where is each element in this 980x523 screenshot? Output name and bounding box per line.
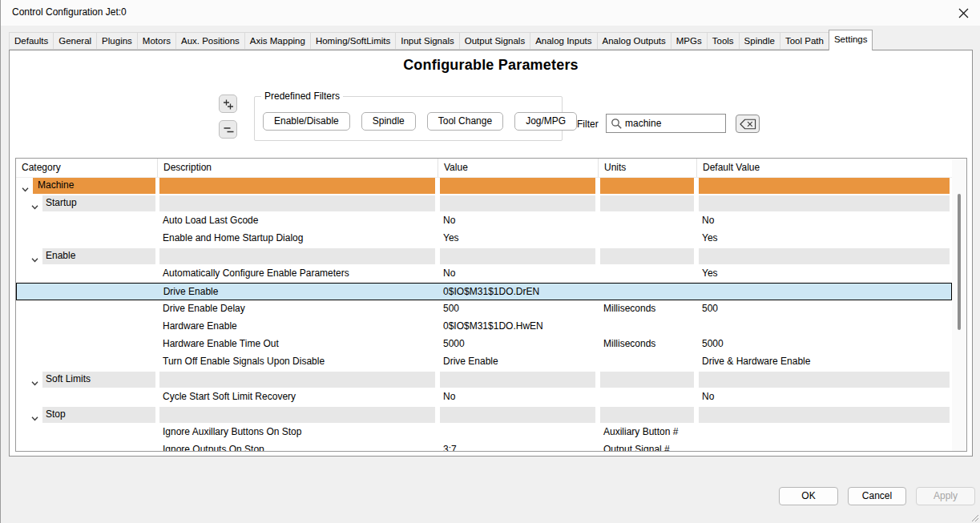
column-header-units[interactable]: Units [598, 159, 696, 177]
tab-tools[interactable]: Tools [707, 32, 740, 50]
table-row[interactable]: Auto Load Last GcodeNoNo [16, 212, 952, 230]
category-row[interactable]: Machine [16, 177, 952, 195]
tab-output-signals[interactable]: Output Signals [459, 32, 530, 50]
chevron-down-icon[interactable] [31, 258, 38, 263]
category-highlight [440, 248, 595, 264]
param-description: Automatically Configure Enable Parameter… [163, 265, 349, 282]
category-cell [157, 406, 438, 424]
param-description: Enable and Home Startup Dialog [163, 230, 303, 247]
vertical-scrollbar[interactable] [952, 159, 966, 451]
table-row[interactable]: Drive Enable Delay500Milliseconds500 [16, 300, 952, 318]
column-header-value[interactable]: Value [438, 159, 598, 177]
category-highlight [440, 372, 595, 388]
category-cell: Soft Limits [16, 371, 157, 388]
tab-axis-mapping[interactable]: Axis Mapping [244, 32, 311, 50]
table-row[interactable]: Drive Enable0$IO$M31$1DO.DrEN [16, 283, 952, 300]
category-label: Machine [38, 177, 74, 194]
expand-toggle[interactable] [31, 412, 38, 424]
param-description: Ignore Outputs On Stop [163, 441, 264, 452]
tab-general[interactable]: General [53, 32, 97, 50]
expand-toggle[interactable] [31, 201, 38, 212]
category-label: Soft Limits [46, 371, 91, 388]
tab-motors[interactable]: Motors [137, 32, 176, 50]
table-row[interactable]: Automatically Configure Enable Parameter… [16, 265, 952, 283]
tab-spindle[interactable]: Spindle [739, 32, 780, 50]
filter-button-enable-disable[interactable]: Enable/Disable [263, 112, 350, 131]
tab-defaults[interactable]: Defaults [9, 32, 54, 50]
window-title: Control Configuration Jet:0 [12, 0, 127, 25]
tab-input-signals[interactable]: Input Signals [395, 32, 460, 50]
apply-button[interactable]: Apply [916, 487, 975, 505]
resize-grip-icon[interactable] [970, 513, 979, 522]
cancel-button[interactable]: Cancel [848, 487, 906, 505]
category-row[interactable]: Enable [16, 247, 952, 265]
category-highlight [159, 178, 435, 194]
category-highlight [440, 195, 595, 211]
expand-toggle[interactable] [22, 183, 29, 195]
settings-tab-panel: Configurable Parameters Predefined Filte… [9, 50, 973, 457]
category-cell [696, 195, 952, 212]
tab-analog-inputs[interactable]: Analog Inputs [530, 32, 597, 50]
category-cell [157, 195, 438, 212]
param-value: 3;7 [443, 441, 457, 452]
column-header-category[interactable]: Category [16, 159, 157, 177]
scrollbar-thumb[interactable] [958, 194, 961, 330]
category-row[interactable]: Stop [16, 406, 952, 424]
category-label: Startup [46, 195, 77, 211]
table-row[interactable]: Turn Off Enable Signals Upon DisableDriv… [16, 353, 952, 371]
table-row[interactable]: Hardware Enable Time Out5000Milliseconds… [16, 336, 952, 353]
tab-plugins[interactable]: Plugins [96, 32, 138, 50]
filter-button-jog-mpg[interactable]: Jog/MPG [514, 112, 577, 131]
category-cell [438, 195, 598, 212]
expand-toggle[interactable] [31, 377, 38, 388]
collapse-all-button[interactable] [219, 120, 237, 139]
filter-button-tool-change[interactable]: Tool Change [427, 112, 503, 131]
ok-button[interactable]: OK [779, 487, 838, 505]
table-row[interactable]: Cycle Start Soft Limit RecoveryNoNo [16, 388, 952, 406]
category-cell [696, 406, 952, 424]
column-header-description[interactable]: Description [157, 159, 438, 177]
param-value: 0$IO$M31$1DO.HwEN [443, 318, 543, 335]
category-cell [438, 371, 598, 388]
filter-button-spindle[interactable]: Spindle [361, 112, 416, 131]
category-cell [438, 247, 598, 265]
table-row[interactable]: Ignore Auxillary Buttons On StopAuxiliar… [16, 424, 952, 441]
tab-aux-positions[interactable]: Aux. Positions [175, 32, 245, 50]
predefined-filter-buttons: Enable/DisableSpindleTool ChangeJog/MPG [263, 112, 577, 131]
chevron-down-icon[interactable] [31, 205, 38, 210]
tab-homing-softlimits[interactable]: Homing/SoftLimits [310, 32, 396, 50]
table-row[interactable]: Ignore Outputs On Stop3;7Output Signal # [16, 441, 952, 452]
clear-filter-button[interactable] [736, 115, 760, 133]
category-cell [598, 371, 696, 388]
param-value: 5000 [443, 336, 465, 352]
expand-all-button[interactable] [219, 95, 237, 113]
category-cell [438, 406, 598, 424]
column-header-default-value[interactable]: Default Value [696, 159, 952, 177]
category-cell: Startup [16, 195, 157, 212]
tab-tool-path[interactable]: Tool Path [780, 32, 829, 50]
filter-input[interactable] [625, 116, 723, 131]
category-highlight [600, 195, 694, 211]
category-row[interactable]: Soft Limits [16, 371, 952, 388]
table-row[interactable]: Hardware Enable0$IO$M31$1DO.HwEN [16, 318, 952, 336]
category-highlight [699, 195, 950, 211]
category-highlight [600, 178, 694, 194]
predefined-filters-group: Predefined Filters Enable/DisableSpindle… [254, 96, 563, 141]
chevron-down-icon[interactable] [31, 416, 38, 421]
close-button[interactable] [956, 6, 970, 20]
tab-analog-outputs[interactable]: Analog Outputs [597, 32, 671, 50]
category-cell [598, 247, 696, 265]
expand-toggle[interactable] [31, 254, 38, 265]
category-cell [598, 195, 696, 212]
filter-searchbox[interactable] [606, 114, 726, 133]
category-highlight [159, 372, 435, 388]
tab-settings[interactable]: Settings [829, 30, 873, 50]
chevron-down-icon[interactable] [31, 381, 38, 386]
title-bar: Control Configuration Jet:0 [1, 0, 980, 26]
close-icon [958, 8, 969, 18]
param-units: Milliseconds [603, 300, 655, 317]
chevron-down-icon[interactable] [22, 187, 29, 192]
tab-mpgs[interactable]: MPGs [671, 32, 708, 50]
category-row[interactable]: Startup [16, 195, 952, 212]
table-row[interactable]: Enable and Home Startup DialogYesYes [16, 230, 952, 247]
